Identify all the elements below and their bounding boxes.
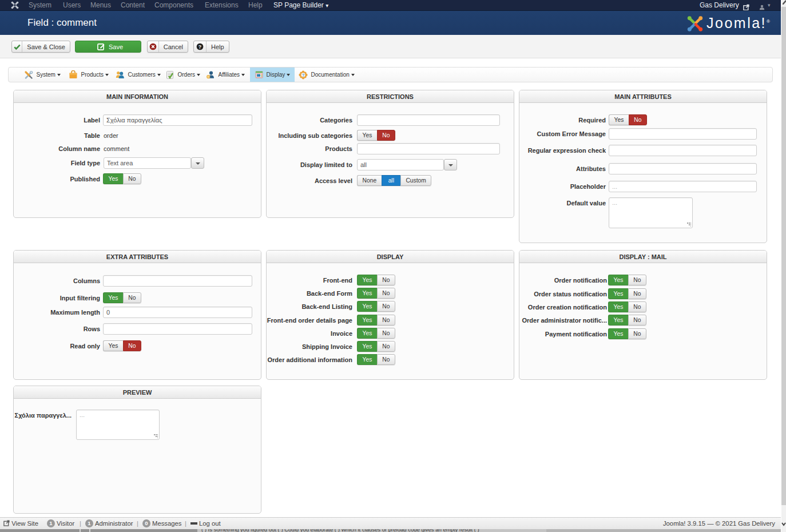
svg-text:?: ? bbox=[199, 44, 201, 50]
svg-text:?: ? bbox=[302, 73, 305, 78]
